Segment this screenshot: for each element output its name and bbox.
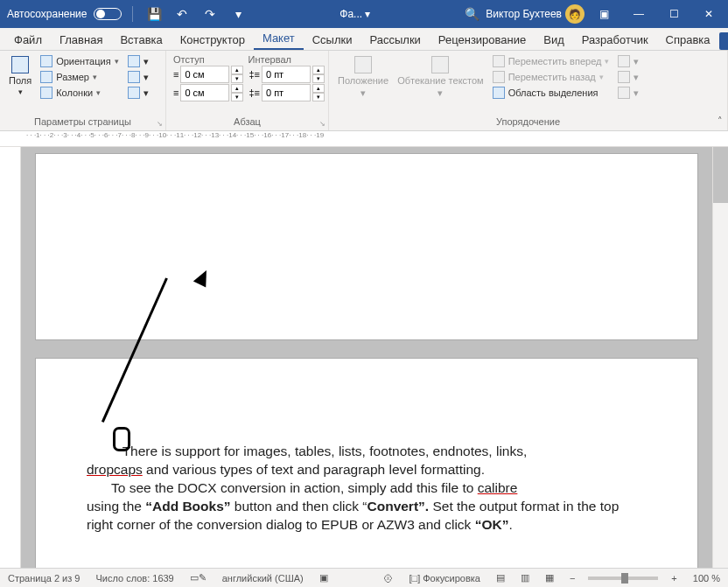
status-spellcheck-icon[interactable]: ▭✎	[187, 572, 209, 584]
account-avatar-icon[interactable]: 🧑	[565, 4, 584, 24]
indent-right-input[interactable]	[180, 84, 229, 101]
tab-references[interactable]: Ссылки	[304, 30, 361, 50]
tab-view[interactable]: Вид	[535, 30, 573, 50]
calibre-link[interactable]: calibre	[478, 480, 518, 495]
status-words[interactable]: Число слов: 1639	[93, 573, 176, 584]
hyphenation-button[interactable]: ▾	[126, 86, 150, 100]
status-language[interactable]: английский (США)	[220, 573, 306, 584]
line-numbers-button[interactable]: ▾	[126, 70, 150, 84]
size-icon	[40, 71, 52, 83]
save-icon[interactable]: 💾	[144, 3, 164, 24]
wrap-text-button: Обтекание текстом▾	[396, 54, 486, 101]
view-read-icon[interactable]: ▤	[494, 572, 508, 584]
view-web-icon[interactable]: ▦	[542, 572, 556, 584]
orientation-icon	[40, 55, 52, 67]
align-button: ▾	[616, 54, 640, 68]
line-numbers-icon	[128, 71, 140, 83]
send-backward-button: Переместить назад	[491, 70, 612, 84]
scrollbar-vertical[interactable]	[712, 147, 728, 568]
spacing-before-input[interactable]	[262, 66, 311, 83]
indent-right-icon: ≡	[173, 87, 178, 98]
paragraph-1b[interactable]: dropcaps and various types of text and p…	[87, 461, 647, 479]
spacing-before-up[interactable]: ▴	[312, 66, 325, 74]
tab-file[interactable]: Файл	[5, 30, 51, 50]
rotate-icon	[618, 87, 630, 99]
margins-icon	[11, 56, 29, 73]
tab-developer[interactable]: Разработчик	[573, 30, 657, 50]
spacing-after-down[interactable]: ▾	[312, 93, 325, 101]
paragraph-2b[interactable]: using the “Add Books” button and then cl…	[87, 498, 647, 535]
indent-left-down[interactable]: ▾	[231, 74, 243, 83]
selection-pane-button[interactable]: Область выделения	[491, 86, 612, 100]
tab-home[interactable]: Главная	[51, 30, 111, 50]
zoom-level[interactable]: 100 %	[690, 573, 723, 584]
spacing-after-icon: ‡≡	[248, 87, 260, 98]
spacing-after-input[interactable]	[262, 84, 311, 101]
ribbon-display-icon[interactable]: ▣	[588, 0, 620, 28]
status-focus[interactable]: [□] Фокусировка	[406, 573, 482, 584]
search-icon[interactable]: 🔍	[461, 3, 482, 24]
group-paragraph: Отступ Интервал ≡ ▴▾ ‡≡ ▴▾ ≡	[166, 51, 329, 130]
scrollbar-thumb[interactable]	[713, 147, 728, 203]
status-bar: Страница 2 из 9 Число слов: 1639 ▭✎ англ…	[0, 568, 728, 587]
ribbon-tabs: Файл Главная Вставка Конструктор Макет С…	[0, 28, 728, 51]
page-1-bottom[interactable]	[36, 154, 697, 339]
columns-button[interactable]: Колонки	[38, 86, 120, 100]
breaks-button[interactable]: ▾	[126, 54, 150, 68]
close-icon[interactable]: ✕	[693, 0, 724, 28]
undo-icon[interactable]: ↶	[172, 3, 192, 24]
redo-icon[interactable]: ↷	[200, 3, 220, 24]
indent-right-up[interactable]: ▴	[231, 84, 243, 93]
status-page[interactable]: Страница 2 из 9	[5, 573, 82, 584]
indent-right-down[interactable]: ▾	[231, 93, 243, 101]
ruler-vertical[interactable]	[0, 147, 21, 568]
tab-design[interactable]: Конструктор	[172, 30, 254, 50]
align-icon	[618, 55, 630, 67]
autosave-label: Автосохранение	[7, 8, 87, 20]
bring-forward-icon	[493, 55, 505, 67]
spacing-after: ‡≡ ▴▾	[248, 84, 325, 101]
zoom-slider[interactable]	[588, 577, 658, 580]
spacing-before-down[interactable]: ▾	[312, 74, 325, 83]
bring-forward-button: Переместить вперед	[491, 54, 612, 68]
status-accessibility-icon[interactable]: ⮾	[381, 573, 396, 584]
indent-left-up[interactable]: ▴	[231, 66, 243, 74]
tab-help[interactable]: Справка	[657, 30, 719, 50]
minimize-icon[interactable]: —	[623, 0, 654, 28]
account-name[interactable]: Виктор Бухтеев	[486, 8, 562, 20]
paragraph-launcher[interactable]: ↘	[319, 120, 326, 128]
maximize-icon[interactable]: ☐	[658, 0, 690, 28]
page-2[interactable]: There is support for images, tables, lis…	[36, 359, 697, 568]
margins-button[interactable]: Поля▾	[7, 54, 33, 98]
qat-custom-icon[interactable]: ▾	[228, 3, 248, 24]
indent-left-input[interactable]	[180, 66, 229, 83]
collapse-ribbon-icon[interactable]: ˄	[718, 115, 723, 127]
share-button[interactable]: ↗Поделиться	[719, 32, 728, 50]
paragraph-1[interactable]: There is support for images, tables, lis…	[87, 443, 647, 461]
paragraph-2[interactable]: To see the DOCX conversion in action, si…	[87, 479, 647, 498]
zoom-in-button[interactable]: +	[668, 573, 679, 584]
view-print-icon[interactable]: ▥	[518, 572, 532, 584]
title-bar: Автосохранение 💾 ↶ ↷ ▾ Фа... ▾ 🔍 Виктор …	[0, 0, 728, 28]
size-button[interactable]: Размер	[38, 70, 120, 84]
tab-layout[interactable]: Макет	[254, 28, 304, 50]
page-viewport[interactable]: There is support for images, tables, lis…	[21, 147, 712, 568]
zoom-out-button[interactable]: −	[567, 573, 578, 584]
tab-review[interactable]: Рецензирование	[430, 30, 535, 50]
document-area: There is support for images, tables, lis…	[0, 147, 728, 568]
orientation-button[interactable]: Ориентация	[38, 54, 120, 68]
tab-mailings[interactable]: Рассылки	[360, 30, 429, 50]
status-macro-icon[interactable]: ▣	[317, 572, 331, 584]
dropcaps-text[interactable]: dropcaps	[87, 462, 143, 477]
rotate-button: ▾	[616, 86, 640, 100]
indent-left-icon: ≡	[173, 69, 178, 80]
send-backward-icon	[493, 71, 505, 83]
spacing-header: Интервал	[248, 54, 291, 65]
page-setup-launcher[interactable]: ↘	[157, 120, 163, 128]
autosave-toggle[interactable]	[94, 8, 122, 20]
document-title[interactable]: Фа...	[340, 8, 362, 20]
spacing-before-icon: ‡≡	[248, 69, 260, 80]
tab-insert[interactable]: Вставка	[111, 30, 171, 50]
ruler-horizontal[interactable]: · · ·1· · ·2· · ·3· · ·4· · ·5· · ·6· · …	[0, 131, 728, 147]
spacing-after-up[interactable]: ▴	[312, 84, 325, 93]
